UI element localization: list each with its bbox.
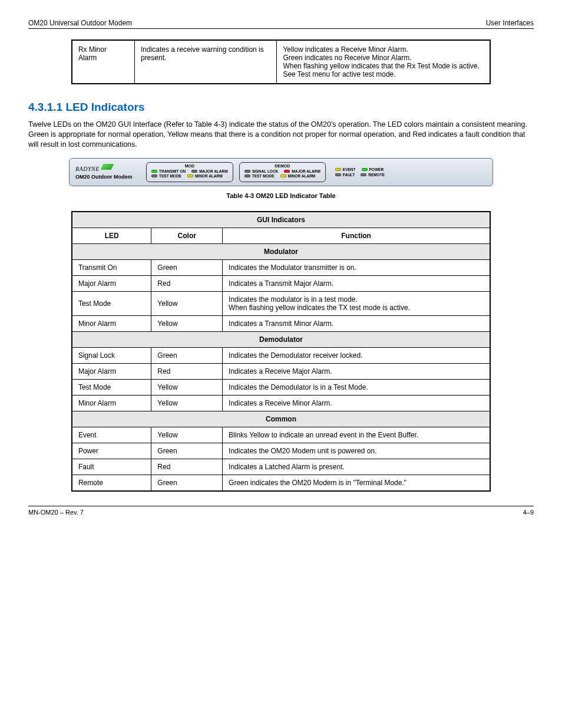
led-label: TEST MODE: [252, 174, 275, 178]
cell: Transmit On: [72, 259, 151, 275]
t2-group-common: Common: [72, 411, 490, 427]
led-dot-icon: [284, 170, 290, 173]
cell: Red: [151, 459, 223, 475]
cell: Event: [72, 427, 151, 443]
cell: Power: [72, 443, 151, 459]
cell: Green: [151, 443, 223, 459]
footer-left: MN-OM20 – Rev. 7: [28, 509, 84, 516]
t1-status-l2: Green indicates no Receive Minor Alarm.: [283, 54, 484, 62]
led-power: POWER: [362, 167, 384, 172]
led-dot-icon: [244, 174, 250, 177]
led-fault: FAULT: [335, 173, 355, 177]
led-label: SIGNAL LOCK: [252, 169, 279, 173]
t2-title: GUI Indicators: [72, 212, 490, 228]
table-row: Signal LockGreenIndicates the Demodulato…: [72, 347, 490, 363]
page-header: OM20 Universal Outdoor Modem User Interf…: [28, 19, 534, 27]
cell-line: Indicates the modulator is in a test mod…: [229, 295, 484, 304]
cell: Fault: [72, 459, 151, 475]
led-event: EVENT: [335, 167, 356, 172]
demod-led-group: DEMOD SIGNAL LOCK MAJOR ALARM TEST MODE …: [239, 162, 326, 182]
t1-status-l3: When flashing yellow indicates that the …: [283, 62, 484, 78]
cell: Yellow: [151, 427, 223, 443]
cell: Test Mode: [72, 379, 151, 395]
t1-led-line2: Alarm: [78, 54, 128, 62]
led-mod-test: TEST MODE: [151, 174, 181, 178]
footer-right: 4–9: [523, 509, 534, 516]
led-label: TRANSMIT ON: [159, 169, 186, 173]
table-row: Minor AlarmYellowIndicates a Transmit Mi…: [72, 315, 490, 331]
led-label: MAJOR ALARM: [292, 169, 320, 173]
cell: Minor Alarm: [72, 315, 151, 331]
rx-minor-alarm-table: Rx Minor Alarm Indicates a receive warni…: [71, 39, 491, 84]
led-dot-icon: [335, 168, 341, 171]
led-dot-icon: [335, 173, 341, 176]
t1-cell-desc: Indicates a receive warning condition is…: [134, 40, 276, 84]
radyne-swoosh-icon: [100, 164, 114, 170]
cell: Indicates the Demodulator receiver locke…: [223, 347, 490, 363]
led-mod-major: MAJOR ALARM: [191, 169, 228, 173]
table-row: Major AlarmRedIndicates a Receive Major …: [72, 363, 490, 379]
led-signal-lock: SIGNAL LOCK: [244, 169, 279, 173]
cell: Red: [151, 275, 223, 291]
led-dot-icon: [362, 168, 368, 171]
t1-status-l1: Yellow indicates a Receive Minor Alarm.: [283, 45, 484, 54]
led-label: POWER: [369, 167, 384, 172]
figure-caption: Table 4-3 OM20 LED Indicator Table: [28, 192, 534, 199]
cell: Yellow: [151, 315, 223, 331]
led-mod-minor: MINOR ALARM: [187, 174, 223, 178]
cell: Test Mode: [72, 291, 151, 315]
led-label: MAJOR ALARM: [199, 169, 228, 173]
led-demod-major: MAJOR ALARM: [284, 169, 320, 173]
cell: Green indicates the OM20 Modem is in "Te…: [223, 475, 490, 491]
table-row: PowerGreenIndicates the OM20 Modem unit …: [72, 443, 490, 459]
table-row: EventYellowBlinks Yellow to indicate an …: [72, 427, 490, 443]
mod-title: MOD: [151, 164, 228, 168]
header-left: OM20 Universal Outdoor Modem: [28, 19, 132, 27]
cell: Indicates the OM20 Modem unit is powered…: [223, 443, 490, 459]
cell: Green: [151, 259, 223, 275]
cell: Indicates the modulator is in a test mod…: [223, 291, 490, 315]
header-right: User Interfaces: [486, 19, 534, 27]
t1-cell-led: Rx Minor Alarm: [72, 40, 135, 84]
section-heading: 4.3.1.1 LED Indicators: [28, 101, 534, 114]
cell: Blinks Yellow to indicate an unread even…: [223, 427, 490, 443]
t2-group-modulator: Modulator: [72, 243, 490, 259]
cell: Green: [151, 475, 223, 491]
led-dot-icon: [191, 170, 197, 173]
cell: Major Alarm: [72, 363, 151, 379]
cell: Yellow: [151, 291, 223, 315]
led-dot-icon: [151, 174, 157, 177]
panel-product: OM20 Outdoor Modem: [75, 174, 140, 180]
led-label: FAULT: [343, 173, 355, 177]
cell: Major Alarm: [72, 275, 151, 291]
led-dot-icon: [280, 174, 286, 177]
cell: Green: [151, 347, 223, 363]
cell: Indicates a Receive Minor Alarm.: [223, 395, 490, 411]
t2-h3: Function: [223, 228, 490, 243]
table-row: Test ModeYellowIndicates the Demodulator…: [72, 379, 490, 395]
led-demod-minor: MINOR ALARM: [280, 174, 316, 178]
common-led-group: EVENT POWER FAULT REMOTE: [335, 167, 385, 177]
cell: Indicates a Latched Alarm is present.: [223, 459, 490, 475]
led-indicator-table: GUI Indicators LED Color Function Modula…: [71, 211, 491, 492]
cell: Indicates the Modulator transmitter is o…: [223, 259, 490, 275]
table-row: Transmit OnGreenIndicates the Modulator …: [72, 259, 490, 275]
table-row: FaultRedIndicates a Latched Alarm is pre…: [72, 459, 490, 475]
table-row: Test ModeYellowIndicates the modulator i…: [72, 291, 490, 315]
table-row: RemoteGreenGreen indicates the OM20 Mode…: [72, 475, 490, 491]
led-dot-icon: [361, 173, 366, 176]
demod-title: DEMOD: [244, 164, 320, 168]
table-row: Major AlarmRedIndicates a Transmit Major…: [72, 275, 490, 291]
cell: Yellow: [151, 379, 223, 395]
cell: Indicates the Demodulator is in a Test M…: [223, 379, 490, 395]
t1-cell-status: Yellow indicates a Receive Minor Alarm. …: [277, 40, 490, 84]
led-dot-icon: [187, 174, 193, 177]
t2-h1: LED: [72, 228, 151, 243]
led-transmit-on: TRANSMIT ON: [151, 169, 186, 173]
led-label: REMOTE: [368, 173, 385, 177]
cell: Indicates a Transmit Major Alarm.: [223, 275, 490, 291]
cell: Signal Lock: [72, 347, 151, 363]
panel-logo: RADYNE OM20 Outdoor Modem: [75, 164, 140, 180]
panel-brand: RADYNE: [75, 166, 100, 172]
cell: Remote: [72, 475, 151, 491]
